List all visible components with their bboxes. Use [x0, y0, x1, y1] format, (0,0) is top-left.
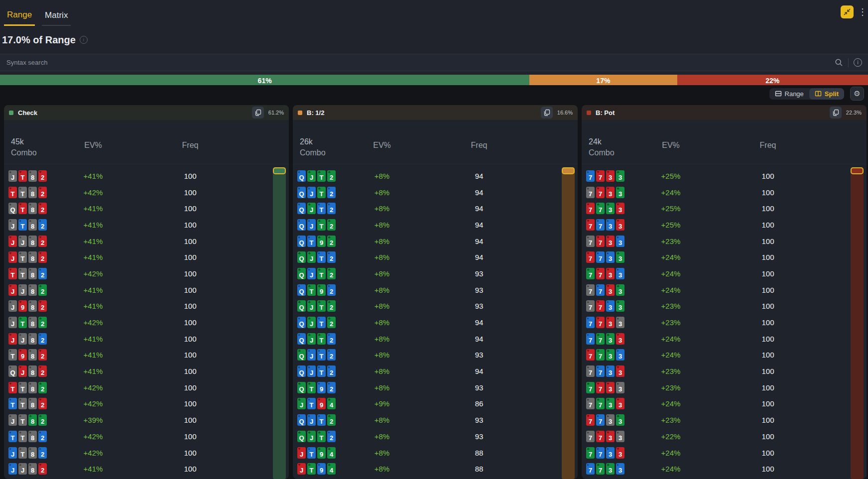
- combo-row[interactable]: ♠7♥7♥3♣3+24%100: [582, 184, 867, 201]
- combo-row[interactable]: ♥J♦T♣9♣4+8%88: [293, 445, 578, 461]
- combo-row[interactable]: ♦7♥7♥3♣3+25%100: [582, 168, 867, 184]
- freq-scrollbar-thumb[interactable]: [273, 167, 286, 174]
- combo-row[interactable]: ♠J♦T♠8♦2+41%100: [4, 217, 289, 233]
- combo-row[interactable]: ♥J♠J♠8♥2+41%100: [4, 233, 289, 249]
- card-8s: ♠8: [28, 333, 37, 345]
- combo-row[interactable]: ♦Q♦J♦T♣2+8%93: [293, 412, 578, 428]
- card-rank: J: [297, 451, 306, 458]
- combo-row[interactable]: ♣Q♣J♣T♣2+8%93: [293, 298, 578, 315]
- freq-scrollbar-thumb[interactable]: [562, 167, 575, 174]
- combo-row[interactable]: ♦Q♦J♣T♣2+8%94: [293, 217, 578, 233]
- card-rank: T: [317, 271, 326, 279]
- combo-row[interactable]: ♦Q♣J♦T♦2+8%94: [293, 200, 578, 217]
- combo-row[interactable]: ♣Q♣T♦9♦2+8%93: [293, 379, 578, 396]
- combo-row[interactable]: ♣Q♦J♦T♦2+8%93: [293, 347, 578, 363]
- combo-row[interactable]: ♠Q♥T♠8♥2+41%100: [4, 200, 289, 217]
- combo-row[interactable]: ♦Q♣J♦T♣2+8%94: [293, 314, 578, 331]
- combo-row[interactable]: ♦Q♦J♣T♦2+8%94: [293, 184, 578, 201]
- freq-scrollbar-thumb[interactable]: [851, 167, 864, 174]
- combo-row[interactable]: ♥7♣7♣3♥3+25%100: [582, 200, 867, 217]
- combo-row[interactable]: ♠J♣T♠8♣2+42%100: [4, 314, 289, 331]
- kebab-menu-icon[interactable]: ⋮: [858, 7, 865, 16]
- combo-row[interactable]: ♥J♣T♦9♣4+8%88: [293, 461, 578, 477]
- freq-column-header: Freq: [701, 134, 835, 150]
- freq-scrollbar-track[interactable]: [562, 167, 575, 479]
- combo-cards: ♠7♥7♥3♠3: [586, 431, 641, 442]
- card-rank: 7: [586, 401, 595, 409]
- combo-cards: ♥J♦T♣9♣4: [297, 447, 352, 459]
- copy-button[interactable]: [252, 107, 264, 119]
- card-Jh: ♥J: [8, 251, 17, 263]
- combo-row[interactable]: ♦T♠T♠8♥2+42%100: [4, 396, 289, 412]
- combo-row[interactable]: ♠7♥7♥3♠3+22%100: [582, 428, 867, 445]
- card-rank: 2: [38, 190, 47, 198]
- card-2d: ♦2: [327, 284, 336, 296]
- combo-cards: ♥7♣7♣3♦3: [586, 349, 641, 360]
- combo-row[interactable]: ♦Q♣J♣T♣2+8%94: [293, 168, 578, 184]
- combo-row[interactable]: ♣Q♣J♣T♦2+8%93: [293, 428, 578, 445]
- view-toggle-range[interactable]: Range: [769, 88, 809, 100]
- combo-row[interactable]: ♥7♣7♣3♦3+24%100: [582, 347, 867, 363]
- combo-row[interactable]: ♠T♥9♠8♥2+41%100: [4, 347, 289, 363]
- combo-row[interactable]: ♣Q♦J♣T♣2+8%93: [293, 265, 578, 282]
- combo-row[interactable]: ♠7♦7♥3♣3+24%100: [582, 282, 867, 298]
- combo-row[interactable]: ♦J♠J♠8♥2+41%100: [4, 461, 289, 477]
- combo-row[interactable]: ♥7♦7♦3♥3+25%100: [582, 217, 867, 233]
- combo-row[interactable]: ♦7♣7♣3♥3+24%100: [582, 331, 867, 347]
- combo-row[interactable]: ♠7♦7♦3♥3+23%100: [582, 363, 867, 379]
- combo-row[interactable]: ♠7♣7♣3♥3+24%100: [582, 396, 867, 412]
- action-segment[interactable]: 61%: [0, 75, 529, 86]
- action-distribution-bar: 61%17%22%: [0, 75, 868, 86]
- combo-row[interactable]: ♥J♠J♠8♣2+41%100: [4, 282, 289, 298]
- tab-range[interactable]: Range: [4, 3, 35, 26]
- search-icon[interactable]: [835, 58, 843, 67]
- combo-row[interactable]: ♥T♠T♠8♦2+42%100: [4, 265, 289, 282]
- combo-row[interactable]: ♠J♥9♠8♥2+41%100: [4, 298, 289, 315]
- ev-column-header: EV%: [641, 134, 701, 150]
- combo-row[interactable]: ♣Q♣J♦T♦2+8%94: [293, 249, 578, 265]
- tab-matrix[interactable]: Matrix: [42, 4, 71, 26]
- action-segment[interactable]: 22%: [677, 75, 868, 86]
- combo-row[interactable]: ♦T♠T♠8♦2+42%100: [4, 428, 289, 445]
- view-toggle-split[interactable]: Split: [809, 88, 844, 100]
- card-9h: ♥9: [317, 398, 326, 409]
- freq-scrollbar-track[interactable]: [851, 167, 864, 479]
- combo-row[interactable]: ♦Q♣T♣9♦2+8%93: [293, 282, 578, 298]
- combo-row[interactable]: ♦Q♦J♦T♦2+8%94: [293, 363, 578, 379]
- combo-count: 26k: [300, 136, 352, 147]
- action-color-dot: [298, 111, 302, 115]
- combo-row[interactable]: ♣7♥7♥3♠3+23%100: [582, 379, 867, 396]
- combo-row[interactable]: ♠J♥T♠8♥2+41%100: [4, 168, 289, 184]
- freq-scrollbar-track[interactable]: [273, 167, 286, 479]
- combo-row[interactable]: ♦Q♣J♣T♦2+8%94: [293, 331, 578, 347]
- combo-row[interactable]: ♣7♦7♦3♥3+24%100: [582, 445, 867, 461]
- combo-row[interactable]: ♦J♠T♠8♦2+42%100: [4, 445, 289, 461]
- combo-row[interactable]: ♦7♣7♣3♦3+24%100: [582, 461, 867, 477]
- copy-button[interactable]: [830, 107, 842, 119]
- ev-value: +24%: [641, 449, 701, 457]
- combo-row[interactable]: ♥7♦7♦3♣3+24%100: [582, 249, 867, 265]
- combo-row[interactable]: ♠J♠T♣8♣2+39%100: [4, 412, 289, 428]
- search-info-icon[interactable]: i: [854, 58, 862, 67]
- combo-row[interactable]: ♥T♠T♠8♥2+42%100: [4, 184, 289, 201]
- ev-value: +8%: [352, 172, 412, 180]
- freq-value: 100: [701, 253, 835, 261]
- combo-row[interactable]: ♥T♠T♠8♣2+42%100: [4, 379, 289, 396]
- combo-row[interactable]: ♥J♠T♠8♥2+41%100: [4, 249, 289, 265]
- combo-row[interactable]: ♥J♠J♠8♦2+41%100: [4, 331, 289, 347]
- action-segment[interactable]: 17%: [529, 75, 677, 86]
- combo-row[interactable]: ♣7♥7♥3♦3+24%100: [582, 265, 867, 282]
- collapse-button[interactable]: [841, 5, 854, 18]
- combo-row[interactable]: ♦Q♦T♣9♣2+8%94: [293, 233, 578, 249]
- copy-button[interactable]: [541, 107, 553, 119]
- combo-row[interactable]: ♥7♦7♠3♣3+23%100: [582, 412, 867, 428]
- combo-row[interactable]: ♦7♥7♥3♠3+23%100: [582, 314, 867, 331]
- combo-row[interactable]: ♠7♥7♥3♦3+23%100: [582, 233, 867, 249]
- combo-row[interactable]: ♠Q♥J♠8♥2+41%100: [4, 363, 289, 379]
- settings-button[interactable]: ⚙: [850, 87, 864, 101]
- card-7s: ♠7: [586, 187, 595, 198]
- combo-row[interactable]: ♣J♦T♥9♣4+9%86: [293, 396, 578, 412]
- combo-row[interactable]: ♠7♥7♦3♣3+23%100: [582, 298, 867, 315]
- title-info-icon[interactable]: i: [80, 36, 88, 44]
- search-input[interactable]: [5, 58, 835, 67]
